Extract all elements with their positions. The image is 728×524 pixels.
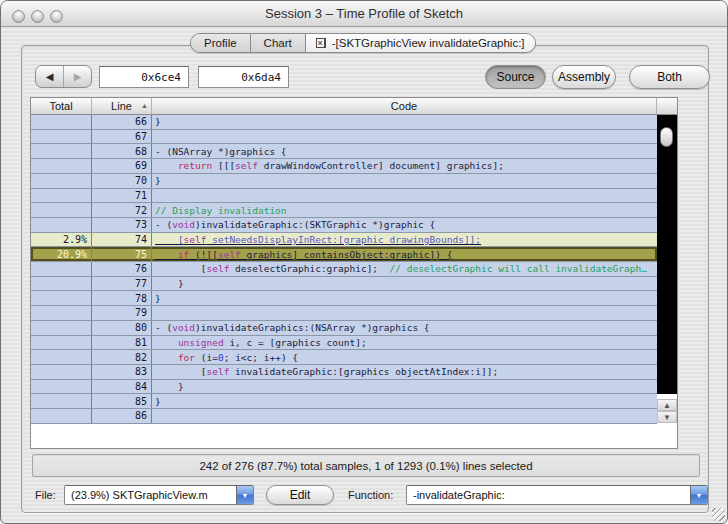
line-number-cell: 76 bbox=[92, 262, 152, 276]
code-cell: unsigned i, c = [graphics count]; bbox=[152, 336, 657, 350]
code-cell: for (i=0; i<c; i++) { bbox=[152, 350, 657, 364]
code-cell: if (![[self graphics] containsObject:gra… bbox=[152, 247, 657, 261]
table-row-line-69[interactable]: 69 return [[[self drawWindowController] … bbox=[31, 159, 657, 174]
column-header-total[interactable]: Total bbox=[31, 98, 92, 114]
close-tab-icon[interactable]: × bbox=[316, 38, 326, 48]
assembly-view-button[interactable]: Assembly bbox=[552, 65, 616, 89]
file-popup[interactable]: (23.9%) SKTGraphicView.m ▼ bbox=[64, 485, 254, 505]
total-cell: 2.9% bbox=[31, 233, 92, 247]
column-header-stub bbox=[657, 98, 675, 114]
code-cell: } bbox=[152, 394, 657, 408]
line-number-cell: 66 bbox=[92, 115, 152, 129]
scrollbar-thumb[interactable] bbox=[660, 127, 673, 147]
total-cell bbox=[31, 144, 92, 158]
scrollbar-track[interactable] bbox=[657, 115, 677, 394]
function-popup-arrow-icon[interactable]: ▼ bbox=[690, 486, 707, 504]
content-panel: ◀ ▶ Source Assembly Both Total Line ▲ Co… bbox=[21, 45, 709, 513]
function-label: Function: bbox=[348, 489, 393, 501]
code-cell: } bbox=[152, 380, 657, 394]
line-number-cell: 80 bbox=[92, 321, 152, 335]
forward-button[interactable]: ▶ bbox=[64, 66, 91, 87]
table-row-line-86[interactable]: 86 bbox=[31, 409, 657, 424]
code-cell: } bbox=[152, 115, 657, 129]
table-row-line-78[interactable]: 78} bbox=[31, 291, 657, 306]
table-header: Total Line ▲ Code bbox=[31, 98, 677, 115]
table-row-line-82[interactable]: 82 for (i=0; i<c; i++) { bbox=[31, 350, 657, 365]
table-row-line-85[interactable]: 85} bbox=[31, 394, 657, 409]
status-bar: 242 of 276 (87.7%) total samples, 1 of 1… bbox=[32, 454, 700, 477]
table-row-line-68[interactable]: 68- (NSArray *)graphics { bbox=[31, 144, 657, 159]
table-row-line-66[interactable]: 66} bbox=[31, 115, 657, 130]
line-number-cell: 74 bbox=[92, 233, 152, 247]
scroll-up-icon: ▲ bbox=[663, 401, 671, 410]
table-row-line-83[interactable]: 83 [self invalidateGraphic:[graphics obj… bbox=[31, 365, 657, 380]
both-view-button[interactable]: Both bbox=[629, 65, 710, 89]
line-number-cell: 82 bbox=[92, 350, 152, 364]
status-text: 242 of 276 (87.7%) total samples, 1 of 1… bbox=[199, 460, 532, 472]
scroll-up-button[interactable]: ▲ bbox=[657, 399, 677, 411]
line-number-cell: 77 bbox=[92, 277, 152, 291]
code-cell: [self invalidateGraphic:[graphics object… bbox=[152, 365, 657, 379]
tab-chart[interactable]: Chart bbox=[251, 34, 306, 52]
line-number-cell: 83 bbox=[92, 365, 152, 379]
function-popup-value: -invalidateGraphic: bbox=[407, 489, 690, 501]
table-row-line-79[interactable]: 79 bbox=[31, 306, 657, 321]
total-cell bbox=[31, 159, 92, 173]
function-popup[interactable]: -invalidateGraphic: ▼ bbox=[406, 485, 708, 505]
table-row-line-67[interactable]: 67 bbox=[31, 130, 657, 145]
source-view-button[interactable]: Source bbox=[485, 65, 546, 89]
code-cell: } bbox=[152, 277, 657, 291]
table-row-line-76[interactable]: 76 [self deselectGraphic:graphic]; // de… bbox=[31, 262, 657, 277]
sort-ascending-icon: ▲ bbox=[141, 102, 148, 109]
table-row-line-81[interactable]: 81 unsigned i, c = [graphics count]; bbox=[31, 336, 657, 351]
line-number-cell: 78 bbox=[92, 291, 152, 305]
scroll-down-icon: ▼ bbox=[663, 413, 671, 422]
code-cell bbox=[152, 409, 657, 423]
table-row-line-75[interactable]: 20.9%75 if (![[self graphics] containsOb… bbox=[31, 247, 657, 262]
total-cell bbox=[31, 203, 92, 217]
address-end-field[interactable] bbox=[198, 66, 289, 88]
file-label: File: bbox=[35, 489, 56, 501]
code-cell bbox=[152, 189, 657, 203]
table-row-line-71[interactable]: 71 bbox=[31, 189, 657, 204]
tab-function-view[interactable]: × -[SKTGraphicView invalidateGraphic:] bbox=[306, 34, 535, 52]
total-cell bbox=[31, 291, 92, 305]
total-cell bbox=[31, 174, 92, 188]
code-cell: } bbox=[152, 291, 657, 305]
file-popup-arrow-icon[interactable]: ▼ bbox=[236, 486, 253, 504]
total-cell bbox=[31, 336, 92, 350]
table-row-line-77[interactable]: 77 } bbox=[31, 277, 657, 292]
table-scrollbar: ▲ ▼ bbox=[657, 115, 677, 448]
address-start-field[interactable] bbox=[99, 66, 189, 88]
code-cell: // Display invalidation bbox=[152, 203, 657, 217]
code-cell: - (void)invalidateGraphics:(NSArray *)gr… bbox=[152, 321, 657, 335]
tab-label: -[SKTGraphicView invalidateGraphic:] bbox=[332, 37, 525, 49]
code-cell bbox=[152, 306, 657, 320]
line-number-cell: 71 bbox=[92, 189, 152, 203]
total-cell bbox=[31, 394, 92, 408]
table-row-line-74[interactable]: 2.9%74 [self setNeedsDisplayInRect:[grap… bbox=[31, 233, 657, 248]
tab-label: Profile bbox=[204, 37, 237, 49]
table-row-line-84[interactable]: 84 } bbox=[31, 380, 657, 395]
tab-label: Chart bbox=[264, 37, 292, 49]
back-button[interactable]: ◀ bbox=[36, 66, 64, 87]
table-row-line-73[interactable]: 73- (void)invalidateGraphic:(SKTGraphic … bbox=[31, 218, 657, 233]
scroll-down-button[interactable]: ▼ bbox=[657, 411, 677, 423]
table-row-line-72[interactable]: 72// Display invalidation bbox=[31, 203, 657, 218]
resize-grip[interactable] bbox=[712, 508, 725, 521]
line-number-cell: 69 bbox=[92, 159, 152, 173]
total-cell bbox=[31, 277, 92, 291]
edit-button[interactable]: Edit bbox=[266, 485, 334, 505]
total-cell bbox=[31, 409, 92, 423]
column-header-code[interactable]: Code bbox=[152, 98, 657, 114]
code-table-body: 66}6768- (NSArray *)graphics {69 return … bbox=[31, 115, 657, 424]
column-header-line[interactable]: Line ▲ bbox=[92, 98, 152, 114]
table-row-line-80[interactable]: 80- (void)invalidateGraphics:(NSArray *)… bbox=[31, 321, 657, 336]
line-number-cell: 85 bbox=[92, 394, 152, 408]
line-number-cell: 81 bbox=[92, 336, 152, 350]
code-table: Total Line ▲ Code 66}6768- (NSArray *)gr… bbox=[30, 97, 678, 449]
code-cell: } bbox=[152, 174, 657, 188]
total-cell bbox=[31, 262, 92, 276]
tab-profile[interactable]: Profile bbox=[191, 34, 251, 52]
table-row-line-70[interactable]: 70} bbox=[31, 174, 657, 189]
